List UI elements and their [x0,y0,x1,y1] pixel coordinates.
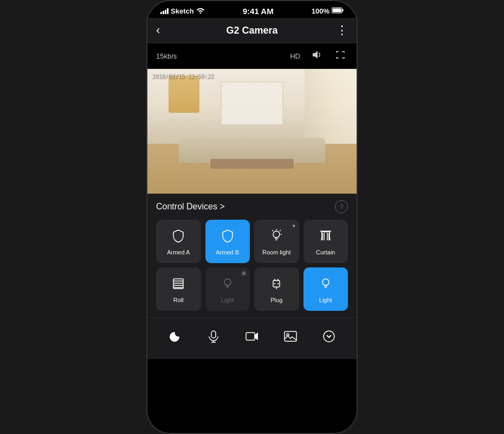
control-section: Control Devices > ? Armed A Armed B [147,194,357,317]
app-header: ‹ G2 Camera ⋮ [147,18,357,43]
battery-icon [332,7,344,15]
svg-marker-3 [313,51,318,59]
svg-rect-31 [285,331,296,341]
video-controls-bar: 15kb/s HD [147,43,357,69]
image-button[interactable] [279,324,302,348]
status-bar: Sketch 9:41 AM 100% [147,1,357,18]
device-grid: Armed A Armed B [156,220,348,311]
device-badge [241,271,247,276]
bitrate-label: 15kb/s [156,52,177,60]
device-light-1-label: Light [221,297,234,304]
control-devices-title[interactable]: Control Devices > [156,202,225,212]
page-title: G2 Camera [226,25,277,36]
svg-line-6 [280,230,281,231]
device-plug-label: Plug [270,297,282,304]
help-button[interactable]: ? [335,200,348,213]
curtain-icon [318,228,333,246]
carrier-label: Sketch [171,7,194,15]
roll-icon [171,276,186,293]
camera-timestamp: 2018/08/15 12:50:22 [152,73,214,79]
device-light-2-label: Light [319,297,332,304]
device-roll-label: Roll [173,297,184,304]
svg-point-4 [273,231,280,238]
device-armed-a[interactable]: Armed A [156,220,201,263]
shield-icon [171,228,186,246]
camera-feed: 2018/08/15 12:50:22 [147,69,357,194]
device-room-light-label: Room light [262,249,291,256]
svg-rect-2 [332,9,341,12]
signal-icon [160,8,169,14]
wifi-icon [196,7,205,15]
device-curtain-label: Curtain [316,249,335,256]
svg-rect-1 [342,9,343,12]
phone-frame: Sketch 9:41 AM 100% ‹ G2 Camera ⋮ 15kb/s… [146,0,358,434]
shield-active-icon [220,228,235,246]
bulb-icon-3 [318,276,333,293]
device-plug[interactable]: Plug [254,267,299,311]
status-right: 100% [312,7,344,15]
device-curtain[interactable]: Curtain [303,220,348,263]
bulb-icon-1 [269,228,284,246]
device-roll[interactable]: Roll [156,267,201,311]
battery-label: 100% [312,7,329,15]
bottom-nav [147,317,357,359]
svg-line-8 [272,230,273,231]
volume-button[interactable] [309,48,324,65]
mic-button[interactable] [202,324,225,348]
svg-rect-30 [246,333,255,340]
video-button[interactable] [240,324,264,348]
bulb-icon-2 [220,276,235,293]
control-header: Control Devices > ? [156,200,348,213]
status-left: Sketch [160,7,205,15]
device-armed-b[interactable]: Armed B [205,220,250,263]
more-button[interactable]: ⋮ [332,23,348,37]
dropdown-button[interactable] [317,324,341,348]
svg-point-19 [224,279,231,285]
quality-label: HD [290,52,300,60]
device-room-light[interactable]: ✦ Room light [254,220,299,263]
fullscreen-button[interactable] [333,48,348,65]
device-armed-a-label: Armed A [167,249,190,256]
device-armed-b-label: Armed B [216,249,239,256]
svg-point-33 [324,331,334,342]
moon-button[interactable] [163,324,187,348]
device-light-1[interactable]: Light [205,267,250,311]
device-light-2[interactable]: Light [303,267,348,311]
svg-point-26 [322,279,329,285]
plug-icon [269,276,284,293]
svg-rect-27 [211,331,216,338]
svg-rect-20 [273,280,280,287]
status-time: 9:41 AM [243,7,274,16]
back-button[interactable]: ‹ [156,23,172,37]
